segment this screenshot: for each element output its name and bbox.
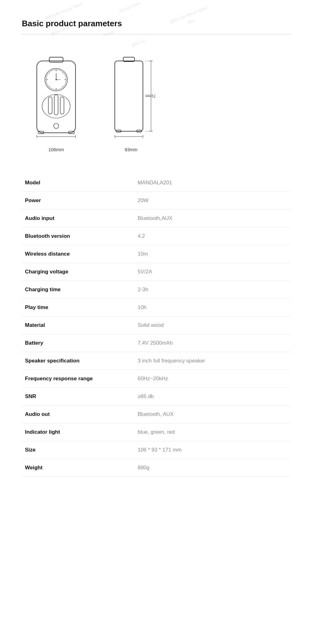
table-row: ModelMANDALA201 bbox=[22, 174, 290, 192]
side-width-label: 93mm bbox=[124, 147, 138, 152]
spec-value-1: 20W bbox=[134, 192, 290, 210]
table-row: Charging voltage5V/2A bbox=[22, 263, 290, 281]
spec-label-7: Play time bbox=[22, 299, 134, 317]
spec-label-6: Charging time bbox=[22, 281, 134, 299]
svg-rect-18 bbox=[54, 95, 58, 115]
spec-value-5: 5V/2A bbox=[134, 263, 290, 281]
svg-rect-25 bbox=[115, 61, 143, 131]
spec-value-11: 60Hz~20kHz bbox=[134, 370, 290, 388]
table-row: MaterialSolid wood bbox=[22, 317, 290, 334]
table-row: Wireless distance10m bbox=[22, 245, 290, 263]
svg-line-12 bbox=[49, 86, 50, 87]
table-row: Battery7.4V 2500mAh bbox=[22, 334, 290, 352]
front-view-svg bbox=[31, 50, 81, 144]
front-view-diagram: 106mm bbox=[31, 50, 81, 152]
spec-value-10: 3 inch full frequency speaker bbox=[134, 352, 290, 370]
table-row: Bluetooth version4.2 bbox=[22, 227, 290, 245]
spec-label-11: Frequency response range bbox=[22, 370, 134, 388]
table-row: Weight880g bbox=[22, 459, 290, 477]
spec-value-13: Bluetooth, AUX bbox=[134, 406, 290, 423]
table-row: SNR≥85 db bbox=[22, 388, 290, 406]
table-row: Play time10h bbox=[22, 299, 290, 317]
table-row: Size106 * 93 * 171 mm bbox=[22, 441, 290, 459]
table-row: Speaker specification3 inch full frequen… bbox=[22, 352, 290, 370]
svg-text:171mm: 171mm bbox=[145, 94, 156, 98]
table-row: Power20W bbox=[22, 192, 290, 210]
table-row: Frequency response range60Hz~20kHz bbox=[22, 370, 290, 388]
spec-label-13: Audio out bbox=[22, 406, 134, 423]
spec-label-2: Audio input bbox=[22, 210, 134, 227]
side-view-diagram: 171mm 93mm bbox=[106, 50, 156, 152]
spec-value-3: 4.2 bbox=[134, 227, 290, 245]
spec-label-0: Model bbox=[22, 174, 134, 192]
spec-label-9: Battery bbox=[22, 334, 134, 352]
front-width-label: 106mm bbox=[48, 147, 64, 152]
spec-value-15: 106 * 93 * 171 mm bbox=[134, 441, 290, 459]
watermark-1: @Mi Life House Store bbox=[44, 2, 83, 21]
table-row: Audio outBluetooth, AUX bbox=[22, 406, 290, 423]
page-title: Basic product parameters bbox=[22, 19, 290, 28]
spec-label-10: Speaker specification bbox=[22, 352, 134, 370]
table-row: Indicator lightblue, green, red bbox=[22, 423, 290, 441]
spec-label-14: Indicator light bbox=[22, 423, 134, 441]
watermark-2: House Store bbox=[119, 1, 141, 13]
svg-rect-1 bbox=[49, 57, 63, 62]
svg-rect-19 bbox=[60, 97, 64, 114]
page-container: @Mi Life House Store House Store @Mi Lif… bbox=[0, 0, 312, 502]
diagram-section: 106mm 171mm bbox=[22, 44, 290, 155]
spec-label-5: Charging voltage bbox=[22, 263, 134, 281]
svg-rect-17 bbox=[48, 97, 52, 114]
spec-label-16: Weight bbox=[22, 459, 134, 477]
svg-rect-0 bbox=[37, 61, 76, 133]
table-row: Audio inputBluetooth,AUX bbox=[22, 210, 290, 227]
svg-point-16 bbox=[56, 79, 57, 80]
spec-value-14: blue, green, red bbox=[134, 423, 290, 441]
spec-label-15: Size bbox=[22, 441, 134, 459]
spec-value-2: Bluetooth,AUX bbox=[134, 210, 290, 227]
spec-value-7: 10h bbox=[134, 299, 290, 317]
title-divider bbox=[22, 34, 290, 34]
spec-value-8: Solid wood bbox=[134, 317, 290, 334]
specs-table: ModelMANDALA201Power20WAudio inputBlueto… bbox=[22, 174, 290, 477]
spec-label-4: Wireless distance bbox=[22, 245, 134, 263]
side-view-svg: 171mm bbox=[106, 50, 156, 144]
svg-point-21 bbox=[54, 123, 59, 128]
svg-line-10 bbox=[49, 72, 50, 73]
spec-label-12: SNR bbox=[22, 388, 134, 406]
spec-value-16: 880g bbox=[134, 459, 290, 477]
spec-value-9: 7.4V 2500mAh bbox=[134, 334, 290, 352]
spec-value-6: 2-3h bbox=[134, 281, 290, 299]
spec-value-12: ≥85 db bbox=[134, 388, 290, 406]
spec-label-8: Material bbox=[22, 317, 134, 334]
spec-label-3: Bluetooth version bbox=[22, 227, 134, 245]
spec-label-1: Power bbox=[22, 192, 134, 210]
table-row: Charging time2-3h bbox=[22, 281, 290, 299]
watermark-5: House bbox=[103, 29, 115, 38]
svg-point-20 bbox=[42, 94, 70, 118]
spec-value-0: MANDALA201 bbox=[134, 174, 290, 192]
spec-value-4: 10m bbox=[134, 245, 290, 263]
